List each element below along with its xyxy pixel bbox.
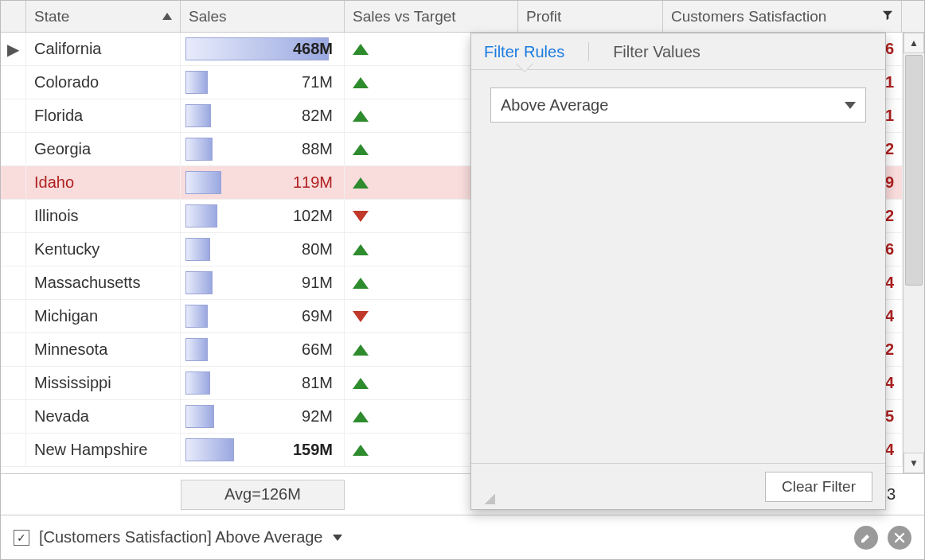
- header-scroll-gap: [902, 1, 924, 32]
- sales-value: 88M: [302, 140, 336, 158]
- filter-popup-body: Above Average: [471, 70, 885, 463]
- sales-value: 159M: [293, 441, 336, 459]
- row-expander[interactable]: [1, 367, 26, 399]
- row-expander[interactable]: [1, 400, 26, 433]
- clear-filter-button[interactable]: [888, 526, 911, 550]
- sales-bar: [185, 104, 211, 127]
- sales-average-label: Avg=126M: [224, 485, 301, 504]
- column-header-customer-satisfaction[interactable]: Customers Satisfaction: [663, 1, 902, 32]
- sales-value: 468M: [293, 40, 336, 58]
- sales-bar: [185, 305, 208, 328]
- cell-state: Massachusetts: [26, 266, 181, 299]
- scroll-up-button[interactable]: ▲: [904, 33, 924, 53]
- column-header-label: State: [34, 8, 69, 25]
- sales-value: 71M: [302, 73, 336, 91]
- sales-bar: [185, 371, 210, 395]
- resize-grip-icon[interactable]: [484, 493, 495, 504]
- sales-bar: [185, 71, 208, 94]
- column-header-label: Sales vs Target: [353, 8, 456, 25]
- row-expander[interactable]: [1, 266, 26, 299]
- scroll-track[interactable]: [904, 53, 924, 453]
- sales-value: 92M: [302, 407, 336, 426]
- trend-up-icon: [353, 111, 369, 122]
- edit-filter-button[interactable]: [854, 526, 878, 550]
- row-expander[interactable]: [1, 66, 26, 99]
- grid-header: State Sales Sales vs Target Profit Custo…: [1, 1, 924, 33]
- column-header-profit[interactable]: Profit: [518, 1, 663, 32]
- trend-down-icon: [353, 211, 369, 222]
- sales-bar: [185, 138, 213, 161]
- trend-up-icon: [353, 344, 369, 356]
- cell-state: Michigan: [26, 300, 181, 332]
- cell-state: Colorado: [26, 66, 181, 99]
- row-expander[interactable]: ▶: [1, 33, 26, 65]
- tab-separator: [588, 42, 589, 61]
- cell-sales: 92M: [181, 400, 345, 433]
- combo-value: Above Average: [501, 96, 608, 115]
- cell-sales: 91M: [181, 266, 345, 299]
- filter-dropdown-icon[interactable]: [333, 535, 342, 541]
- trend-up-icon: [353, 44, 369, 55]
- column-header-label: Profit: [526, 8, 561, 25]
- cell-sales: 468M: [181, 33, 345, 65]
- filter-rule-combo[interactable]: Above Average: [490, 88, 866, 122]
- cell-sales: 69M: [181, 300, 345, 332]
- cell-state: Idaho: [26, 166, 181, 199]
- trend-up-icon: [353, 278, 369, 289]
- sales-bar: [185, 171, 221, 194]
- sales-value: 91M: [302, 274, 336, 292]
- sales-bar: [185, 438, 234, 461]
- cell-state: New Hampshire: [26, 434, 181, 466]
- cell-state: Florida: [26, 99, 181, 132]
- tab-filter-values[interactable]: Filter Values: [611, 37, 702, 69]
- scroll-thumb[interactable]: [905, 55, 923, 286]
- chevron-down-icon: [845, 102, 856, 109]
- trend-up-icon: [353, 411, 369, 422]
- cell-sales: 71M: [181, 66, 345, 99]
- cell-state: Georgia: [26, 133, 181, 165]
- button-label: Clear Filter: [782, 478, 856, 496]
- trend-up-icon: [353, 378, 369, 389]
- scroll-down-button[interactable]: ▼: [904, 453, 924, 473]
- header-expander: [1, 1, 26, 32]
- vertical-scrollbar[interactable]: ▲ ▼: [903, 33, 924, 473]
- tab-filter-rules[interactable]: Filter Rules: [482, 37, 566, 69]
- trend-up-icon: [353, 177, 369, 189]
- cell-state: Nevada: [26, 400, 181, 433]
- filter-enable-checkbox[interactable]: ✓: [14, 530, 29, 546]
- cell-sales: 66M: [181, 333, 345, 366]
- trend-up-icon: [353, 144, 369, 155]
- sales-value: 119M: [293, 173, 336, 192]
- sales-bar: [185, 338, 208, 361]
- cell-state: California: [26, 33, 181, 65]
- column-header-sales[interactable]: Sales: [181, 1, 345, 32]
- row-expander[interactable]: [1, 99, 26, 132]
- filter-popup-tabs: Filter Rules Filter Values: [471, 33, 885, 70]
- sales-value: 69M: [302, 307, 336, 325]
- sales-bar: [185, 405, 214, 428]
- column-header-label: Sales: [189, 8, 227, 25]
- clear-filter-popup-button[interactable]: Clear Filter: [765, 472, 872, 502]
- row-expander[interactable]: [1, 300, 26, 332]
- cell-state: Illinois: [26, 200, 181, 232]
- row-expander[interactable]: [1, 166, 26, 199]
- trend-down-icon: [353, 311, 369, 322]
- sales-bar: [185, 271, 213, 294]
- filter-icon[interactable]: [882, 10, 893, 23]
- cell-sales: 159M: [181, 434, 345, 466]
- trend-up-icon: [353, 445, 369, 456]
- column-header-sales-vs-target[interactable]: Sales vs Target: [345, 1, 518, 32]
- sales-bar: [185, 238, 210, 261]
- sales-value: 82M: [302, 107, 336, 125]
- sales-value: 80M: [302, 240, 336, 259]
- row-expander[interactable]: [1, 233, 26, 266]
- filter-expression-text[interactable]: [Customers Satisfaction] Above Average: [39, 528, 323, 546]
- filter-popup-footer: Clear Filter: [471, 463, 885, 509]
- row-expander[interactable]: [1, 434, 26, 466]
- column-header-state[interactable]: State: [26, 1, 181, 32]
- row-expander[interactable]: [1, 200, 26, 232]
- trend-up-icon: [353, 77, 369, 88]
- row-expander[interactable]: [1, 133, 26, 165]
- row-expander[interactable]: [1, 333, 26, 366]
- cell-sales: 102M: [181, 200, 345, 232]
